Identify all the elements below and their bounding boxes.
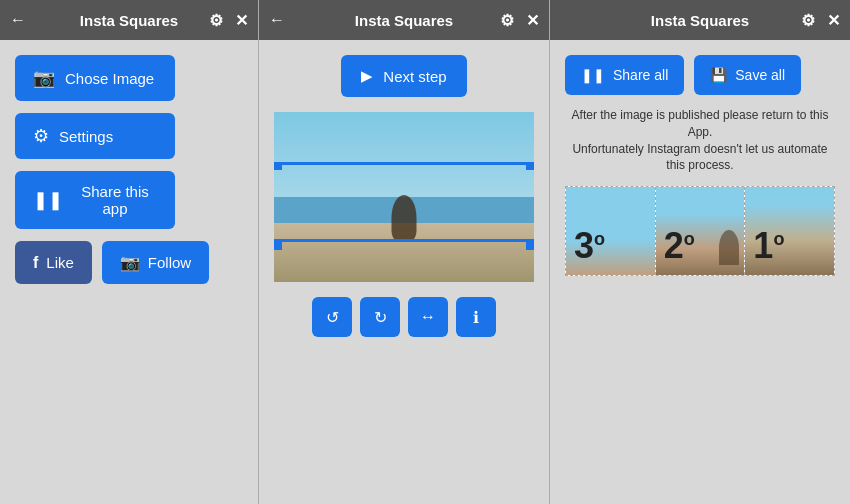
preview-cell-3: 3o	[566, 187, 656, 275]
instagram-icon: 📷	[120, 253, 140, 272]
preview-num-1: 1o	[753, 225, 784, 267]
middle-title-icons: ⚙ ✕	[500, 11, 539, 30]
save-all-icon: 💾	[710, 67, 727, 83]
chose-image-button[interactable]: 📷 Chose Image	[15, 55, 175, 101]
settings-label: Settings	[59, 128, 113, 145]
left-title: Insta Squares	[80, 12, 178, 29]
share-icon: ❚❚	[33, 189, 63, 211]
info-text: After the image is published please retu…	[565, 107, 835, 174]
share-all-label: Share all	[613, 67, 668, 83]
middle-title: Insta Squares	[355, 12, 453, 29]
share-all-button[interactable]: ❚❚ Share all	[565, 55, 684, 95]
save-all-label: Save all	[735, 67, 785, 83]
image-preview	[274, 112, 534, 282]
crop-selection	[274, 162, 534, 242]
left-panel: ← Insta Squares ⚙ ✕ 📷 Chose Image ⚙ Sett…	[0, 0, 258, 504]
share-this-app-label: Share this app	[73, 183, 157, 217]
right-title-icons: ⚙ ✕	[801, 11, 840, 30]
image-toolbar: ↺ ↻ ↔ ℹ	[312, 297, 496, 337]
save-all-button[interactable]: 💾 Save all	[694, 55, 801, 95]
left-back-icon[interactable]: ←	[10, 11, 26, 29]
preview-cell-1: 1o	[745, 187, 834, 275]
social-row: f Like 📷 Follow	[15, 241, 243, 284]
share-this-app-button[interactable]: ❚❚ Share this app	[15, 171, 175, 229]
right-close-icon[interactable]: ✕	[827, 11, 840, 30]
settings-gear-icon: ⚙	[33, 125, 49, 147]
left-title-bar: ← Insta Squares ⚙ ✕	[0, 0, 258, 40]
like-label: Like	[46, 254, 74, 271]
preview-num-3: 3o	[574, 225, 605, 267]
middle-panel-content: ▶ Next step	[259, 40, 549, 504]
next-step-icon: ▶	[361, 67, 373, 85]
follow-button[interactable]: 📷 Follow	[102, 241, 209, 284]
image-preview-container	[274, 112, 534, 282]
left-gear-icon[interactable]: ⚙	[209, 11, 223, 30]
left-close-icon[interactable]: ✕	[235, 11, 248, 30]
preview-cell-2: 2o	[656, 187, 746, 275]
facebook-icon: f	[33, 254, 38, 272]
share-all-icon: ❚❚	[581, 67, 605, 83]
preview-num-2: 2o	[664, 225, 695, 267]
middle-close-icon[interactable]: ✕	[526, 11, 539, 30]
info-button[interactable]: ℹ	[456, 297, 496, 337]
left-title-icons: ⚙ ✕	[209, 11, 248, 30]
right-panel: Insta Squares ⚙ ✕ ❚❚ Share all 💾 Save al…	[550, 0, 850, 504]
left-panel-content: 📷 Chose Image ⚙ Settings ❚❚ Share this a…	[0, 40, 258, 504]
app-container: ← Insta Squares ⚙ ✕ 📷 Chose Image ⚙ Sett…	[0, 0, 850, 504]
preview-strip: 3o 2o 1o	[565, 186, 835, 276]
middle-gear-icon[interactable]: ⚙	[500, 11, 514, 30]
rotate-right-button[interactable]: ↻	[360, 297, 400, 337]
flip-horizontal-button[interactable]: ↔	[408, 297, 448, 337]
right-panel-content: ❚❚ Share all 💾 Save all After the image …	[550, 40, 850, 504]
right-gear-icon[interactable]: ⚙	[801, 11, 815, 30]
right-title: Insta Squares	[651, 12, 749, 29]
next-step-button[interactable]: ▶ Next step	[341, 55, 466, 97]
image-icon: 📷	[33, 67, 55, 89]
next-step-label: Next step	[383, 68, 446, 85]
settings-button[interactable]: ⚙ Settings	[15, 113, 175, 159]
middle-title-bar: ← Insta Squares ⚙ ✕	[259, 0, 549, 40]
chose-image-label: Chose Image	[65, 70, 154, 87]
follow-label: Follow	[148, 254, 191, 271]
right-title-bar: Insta Squares ⚙ ✕	[550, 0, 850, 40]
right-action-row: ❚❚ Share all 💾 Save all	[565, 55, 835, 95]
middle-back-icon[interactable]: ←	[269, 11, 285, 29]
middle-panel: ← Insta Squares ⚙ ✕ ▶ Next step	[259, 0, 549, 504]
like-button[interactable]: f Like	[15, 241, 92, 284]
preview-person	[719, 230, 739, 265]
rotate-left-button[interactable]: ↺	[312, 297, 352, 337]
